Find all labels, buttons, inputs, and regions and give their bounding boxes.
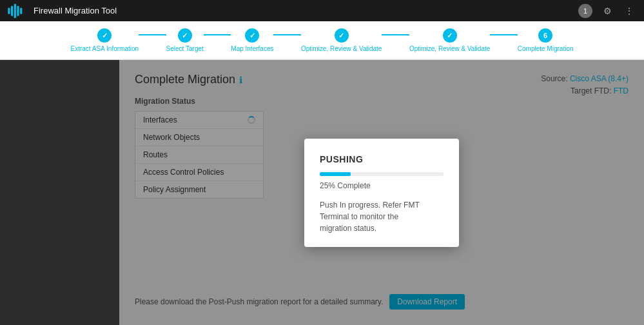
step-2-label: Select Target [166,45,204,52]
dots-icon: ⋮ [625,6,634,16]
progress-label: 25% Complete [320,181,444,190]
step-4-label: Optimize, Review & Validate [301,45,382,52]
progress-bar-fill [320,172,351,176]
step-6: 6 Complete Migration [518,28,574,52]
stepper-bar: ✓ Extract ASA Information ✓ Select Targe… [0,21,644,60]
content-area: Complete Migration ℹ Source: Cisco ASA (… [119,60,644,325]
main-layout: Complete Migration ℹ Source: Cisco ASA (… [0,60,644,325]
step-2: ✓ Select Target [166,28,204,52]
user-button[interactable]: 1 [578,4,592,18]
svg-rect-3 [17,6,19,16]
step-3-label: Map Interfaces [231,45,273,52]
step-5-label: Optimize, Review & Validate [409,45,490,52]
settings-button[interactable]: ⚙ [600,4,614,18]
step-3-circle: ✓ [245,28,259,43]
app-header: Firewall Migration Tool 1 ⚙ ⋮ [0,0,644,21]
sidebar [0,60,119,325]
connector-5-6 [490,34,518,35]
header-icons: 1 ⚙ ⋮ [578,4,636,18]
menu-button[interactable]: ⋮ [622,4,636,18]
connector-3-4 [273,34,301,35]
step-5: ✓ Optimize, Review & Validate [409,28,490,52]
modal-overlay: PUSHING 25% Complete Push In progress. R… [119,60,644,325]
step-3: ✓ Map Interfaces [231,28,273,52]
connector-1-2 [139,34,166,35]
step-6-circle: 6 [538,28,552,43]
cisco-logo-icon [8,4,28,18]
settings-icon: ⚙ [603,6,612,16]
svg-rect-2 [14,4,16,18]
step-1-label: Extract ASA Information [71,45,139,52]
step-1: ✓ Extract ASA Information [71,28,139,52]
svg-rect-0 [8,8,10,14]
step-2-circle: ✓ [178,28,192,43]
pushing-modal: PUSHING 25% Complete Push In progress. R… [304,139,459,247]
app-title: Firewall Migration Tool [34,6,117,15]
connector-2-3 [204,34,231,35]
connector-4-5 [382,34,409,35]
svg-rect-4 [20,8,22,14]
step-4: ✓ Optimize, Review & Validate [301,28,382,52]
header-left: Firewall Migration Tool [8,4,117,18]
svg-rect-1 [11,6,13,16]
modal-description: Push In progress. Refer FMT Terminal to … [320,199,444,234]
stepper: ✓ Extract ASA Information ✓ Select Targe… [71,28,574,52]
step-6-label: Complete Migration [518,45,574,52]
step-1-circle: ✓ [97,28,112,43]
step-4-circle: ✓ [335,28,349,43]
step-5-circle: ✓ [443,28,457,43]
modal-title: PUSHING [320,154,444,164]
progress-bar-container [320,172,444,176]
